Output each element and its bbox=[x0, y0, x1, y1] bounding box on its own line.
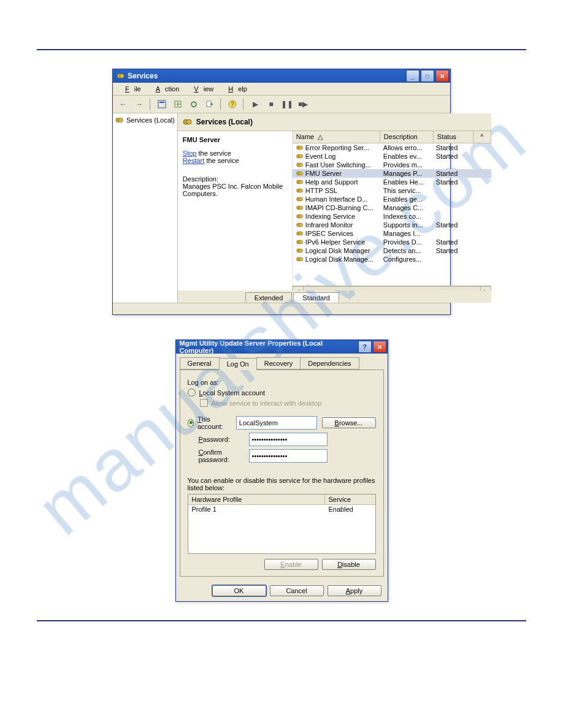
logon-as-label: Log on as: bbox=[188, 379, 376, 386]
col-hw-service[interactable]: Service bbox=[325, 495, 375, 504]
col-hw-profile[interactable]: Hardware Profile bbox=[188, 495, 325, 504]
tab-dependencies[interactable]: Dependencies bbox=[300, 357, 359, 370]
svg-point-11 bbox=[186, 119, 191, 124]
stop-link[interactable]: Stop bbox=[183, 150, 197, 157]
browse-button[interactable]: Browse... bbox=[322, 417, 376, 428]
ok-button[interactable]: OK bbox=[212, 585, 266, 596]
enable-button: Enable bbox=[264, 559, 318, 570]
stop-service-icon[interactable]: ■ bbox=[264, 97, 278, 111]
svg-text:?: ? bbox=[231, 101, 234, 108]
svg-point-13 bbox=[299, 146, 302, 150]
menu-view[interactable]: View bbox=[184, 84, 218, 94]
account-input[interactable] bbox=[236, 416, 317, 430]
hw-row[interactable]: Profile 1 Enabled bbox=[188, 505, 375, 514]
svg-rect-3 bbox=[159, 102, 164, 103]
svg-point-37 bbox=[299, 249, 302, 252]
help-button[interactable]: ? bbox=[358, 341, 372, 353]
menu-help[interactable]: Help bbox=[218, 84, 252, 94]
service-row[interactable]: Infrared MonitorSupports in...Started bbox=[293, 221, 491, 229]
service-row[interactable]: HTTP SSLThis servic... bbox=[293, 186, 491, 195]
back-button[interactable]: ← bbox=[117, 97, 130, 111]
scroll-left-icon[interactable]: ◄ bbox=[293, 286, 304, 290]
menubar: File Action View Help bbox=[113, 83, 450, 96]
restart-link[interactable]: Restart bbox=[183, 157, 204, 164]
services-icon bbox=[117, 72, 125, 80]
svg-point-33 bbox=[299, 232, 302, 235]
description-text: Manages PSC Inc. Falcon Mobile Computers… bbox=[183, 183, 287, 197]
service-row[interactable]: Logical Disk ManagerDetects an...Started bbox=[293, 246, 491, 255]
tree-root[interactable]: Services (Local) bbox=[115, 116, 175, 124]
apply-button[interactable]: Apply bbox=[327, 585, 381, 596]
dialog-titlebar[interactable]: Mgmt Utility Update Server Properties (L… bbox=[176, 340, 388, 354]
properties-icon[interactable] bbox=[155, 97, 169, 111]
password-label: Password: bbox=[199, 436, 249, 443]
service-row[interactable]: Human Interface D...Enables ge... bbox=[293, 195, 491, 203]
menu-file[interactable]: File bbox=[115, 84, 146, 94]
allow-interact-label: Allow service to interact with desktop bbox=[212, 400, 322, 407]
forward-button[interactable]: → bbox=[132, 97, 146, 111]
menu-action[interactable]: Action bbox=[146, 84, 185, 94]
window-title: Services bbox=[128, 72, 406, 80]
services-list: Name △ Description Status ^ Error Report… bbox=[293, 131, 491, 290]
tab-logon[interactable]: Log On bbox=[219, 358, 257, 370]
services-window: Services _ □ ✕ File Action View Help ← →… bbox=[112, 69, 451, 315]
service-row[interactable]: FMU ServerManages P...Started bbox=[293, 169, 491, 178]
tab-extended[interactable]: Extended bbox=[245, 292, 292, 303]
svg-point-35 bbox=[299, 240, 302, 244]
svg-point-39 bbox=[299, 257, 302, 261]
pause-service-icon[interactable]: ❚❚ bbox=[280, 97, 294, 111]
close-button[interactable]: ✕ bbox=[373, 341, 386, 353]
scroll-right-icon[interactable]: ► bbox=[480, 286, 491, 290]
password-input[interactable] bbox=[249, 433, 327, 446]
svg-point-31 bbox=[299, 223, 302, 227]
confirm-password-label: Confirm password: bbox=[199, 449, 249, 463]
export-icon[interactable] bbox=[171, 97, 185, 111]
col-description[interactable]: Description bbox=[380, 131, 434, 143]
minimize-button[interactable]: _ bbox=[406, 70, 419, 82]
tree-pane: Services (Local) bbox=[113, 113, 178, 303]
svg-point-27 bbox=[299, 206, 302, 210]
close-button[interactable]: ✕ bbox=[435, 70, 449, 82]
service-row[interactable]: Logical Disk Manage...Configures... bbox=[293, 255, 491, 264]
statusbar bbox=[113, 303, 450, 314]
services-icon bbox=[115, 116, 124, 124]
description-label: Description: bbox=[183, 175, 287, 183]
service-row[interactable]: IPSEC ServicesManages I... bbox=[293, 229, 491, 238]
scroll-up-icon[interactable]: ^ bbox=[473, 131, 491, 143]
service-row[interactable]: IMAPI CD-Burning C...Manages C... bbox=[293, 203, 491, 212]
svg-point-9 bbox=[118, 118, 123, 123]
hw-profiles-table[interactable]: Hardware Profile Service Profile 1 Enabl… bbox=[188, 494, 376, 554]
col-status[interactable]: Status bbox=[434, 131, 473, 143]
scrollbar-track[interactable] bbox=[304, 286, 480, 290]
checkbox-allow-interact bbox=[200, 399, 208, 407]
start-service-icon[interactable]: ▶ bbox=[248, 97, 262, 111]
help-icon[interactable]: ? bbox=[226, 97, 239, 111]
toolbar: ← → ? ▶ ■ ❚❚ ■▶ bbox=[113, 96, 450, 113]
dialog-title: Mgmt Utility Update Server Properties (L… bbox=[180, 339, 358, 354]
maximize-button[interactable]: □ bbox=[421, 70, 434, 82]
titlebar[interactable]: Services _ □ ✕ bbox=[113, 69, 450, 83]
restart-service-icon[interactable]: ■▶ bbox=[296, 97, 310, 111]
service-row[interactable]: Fast User Switching...Provides m... bbox=[293, 161, 491, 169]
service-row[interactable]: Error Reporting Ser...Allows erro...Star… bbox=[293, 143, 491, 152]
cancel-button[interactable]: Cancel bbox=[270, 585, 324, 596]
service-row[interactable]: Help and SupportEnables He...Started bbox=[293, 178, 491, 186]
service-row[interactable]: Event LogEnables ev...Started bbox=[293, 152, 491, 161]
col-name[interactable]: Name △ bbox=[293, 131, 380, 143]
disable-button[interactable]: Disable bbox=[322, 559, 376, 570]
tab-recovery[interactable]: Recovery bbox=[256, 357, 301, 370]
svg-rect-2 bbox=[158, 100, 166, 108]
svg-rect-5 bbox=[207, 101, 211, 107]
tab-general[interactable]: General bbox=[180, 357, 220, 370]
service-row[interactable]: IPv6 Helper ServiceProvides D...Started bbox=[293, 238, 491, 246]
tab-standard[interactable]: Standard bbox=[293, 292, 339, 303]
right-header: Services (Local) bbox=[178, 113, 491, 131]
confirm-password-input[interactable] bbox=[249, 449, 327, 463]
radio-this-account[interactable] bbox=[188, 419, 194, 427]
refresh-icon[interactable] bbox=[187, 97, 201, 111]
service-row[interactable]: Indexing ServiceIndexes co... bbox=[293, 212, 491, 221]
svg-point-29 bbox=[299, 214, 302, 218]
selected-service-name: FMU Server bbox=[183, 136, 287, 143]
export-list-icon[interactable] bbox=[203, 97, 216, 111]
radio-local-system[interactable] bbox=[188, 389, 196, 396]
